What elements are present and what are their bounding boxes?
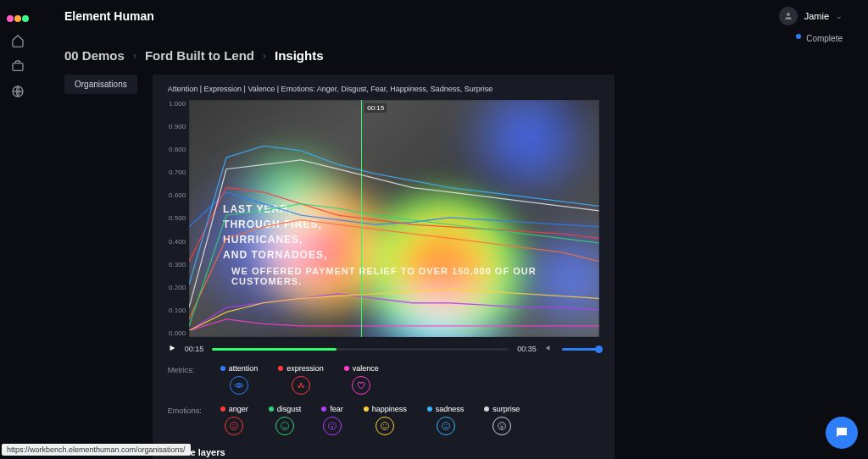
chat-bubble[interactable] [826, 417, 858, 449]
svg-point-13 [442, 423, 449, 430]
organisations-chip[interactable]: Organisations [64, 75, 137, 94]
legend-disgust[interactable]: disgust [269, 405, 302, 435]
legend-dot [321, 406, 326, 412]
svg-point-15 [447, 424, 448, 425]
volume-thumb[interactable] [595, 346, 603, 353]
legend-happiness[interactable]: happiness [364, 405, 407, 435]
app-logo [7, 15, 29, 22]
anger-icon[interactable] [225, 417, 243, 435]
svg-point-6 [329, 423, 337, 430]
volume-icon[interactable] [545, 344, 554, 354]
volume-slider[interactable] [562, 348, 599, 351]
y-tick: 0.500 [169, 214, 186, 222]
y-tick: 0.200 [169, 284, 186, 291]
svg-point-17 [501, 426, 504, 429]
y-tick: 0.600 [169, 191, 186, 199]
y-tick: 0.100 [169, 307, 186, 314]
svg-point-4 [231, 423, 238, 430]
svg-point-18 [500, 424, 501, 425]
y-tick: 0.400 [169, 238, 186, 246]
svg-point-2 [787, 13, 790, 16]
legend-label: disgust [269, 405, 302, 413]
svg-point-12 [386, 424, 387, 425]
sadness-icon[interactable] [437, 417, 455, 435]
scrubber-fill [212, 348, 337, 351]
home-icon[interactable] [11, 34, 25, 47]
chevron-down-icon[interactable]: ⌄ [836, 12, 843, 20]
legend-dot [427, 406, 432, 412]
panel-header: Attention | Expression | Valence | Emoti… [168, 85, 599, 100]
legend-label: valence [344, 364, 379, 373]
svg-point-3 [237, 384, 240, 387]
legend-dot [269, 406, 274, 412]
footer-url-tooltip: https://workbench.elementhuman.com/organ… [2, 444, 191, 456]
scrubber[interactable] [212, 348, 509, 351]
y-tick: 0.700 [169, 169, 186, 176]
fear-icon[interactable] [323, 417, 342, 435]
emotions-section: Emotions: anger disgust fear [168, 398, 599, 439]
play-button[interactable] [168, 344, 176, 354]
crumb-1[interactable]: Ford Built to Lend [145, 48, 254, 63]
legend-expression[interactable]: expression [278, 364, 324, 395]
y-tick: 0.800 [169, 146, 186, 153]
emotions-label: Emotions: [168, 405, 207, 415]
status-dot [796, 34, 801, 39]
legend-dot [344, 366, 349, 371]
svg-point-5 [281, 423, 289, 430]
layers-title: Active layers [168, 439, 599, 459]
svg-point-7 [331, 427, 333, 429]
side-tag: Organisations [64, 75, 137, 459]
crumb-sep: › [133, 50, 136, 62]
legend-label: surprise [484, 405, 520, 413]
svg-point-9 [333, 424, 334, 425]
surprise-icon[interactable] [492, 417, 511, 435]
legend-fear[interactable]: fear [321, 405, 343, 435]
svg-point-14 [444, 424, 445, 425]
svg-point-19 [503, 424, 504, 425]
insights-panel: Attention | Expression | Valence | Emoti… [153, 75, 615, 459]
legend-label: happiness [364, 405, 407, 413]
legend-dot [484, 406, 489, 412]
y-tick: 1.000 [169, 100, 186, 108]
legend-valence[interactable]: valence [344, 364, 379, 395]
happiness-icon[interactable] [376, 417, 394, 435]
brand-title: Element Human [64, 9, 154, 23]
attention-icon[interactable] [230, 376, 248, 395]
legend-dot [278, 366, 283, 371]
crumb-sep: › [263, 50, 266, 62]
legend-dot [364, 406, 369, 412]
chart-wrap: 1.0000.9000.8000.7000.6000.5000.4000.300… [168, 100, 599, 337]
legend-surprise[interactable]: surprise [484, 405, 520, 435]
top-header: Element Human Jamie ⌄ [36, 0, 868, 32]
legend-label: anger [220, 405, 248, 413]
avatar[interactable] [779, 7, 798, 25]
legend-anger[interactable]: anger [220, 405, 248, 435]
crumb-2: Insights [275, 48, 324, 63]
briefcase-icon[interactable] [11, 59, 25, 73]
disgust-icon[interactable] [275, 417, 294, 435]
legend-label: fear [321, 405, 343, 413]
globe-icon[interactable] [11, 85, 25, 98]
expression-icon[interactable] [292, 376, 310, 395]
legend-sadness[interactable]: sadness [427, 405, 465, 435]
chart-lines [189, 100, 599, 330]
legend-attention[interactable]: attention [220, 364, 259, 395]
y-tick: 0.000 [169, 329, 186, 337]
legend-label: attention [220, 364, 259, 373]
metrics-section: Metrics: attention expression valence [168, 357, 599, 398]
y-tick: 0.300 [169, 261, 186, 268]
legend-dot [220, 366, 225, 371]
valence-icon[interactable] [352, 376, 370, 395]
username[interactable]: Jamie [804, 11, 829, 21]
status-label: Complete [806, 34, 843, 43]
legend-dot [220, 406, 225, 412]
svg-rect-0 [13, 64, 23, 71]
legend-label: sadness [427, 405, 465, 413]
chart-area[interactable]: LAST YEAR,THROUGH FIRES,HURRICANES,AND T… [189, 100, 599, 337]
playback-bar: 00:15 00:35 [168, 337, 599, 357]
time-marker-label: 00:15 [364, 103, 387, 113]
crumb-0[interactable]: 00 Demos [64, 48, 125, 63]
left-rail [0, 0, 36, 459]
time-marker[interactable] [361, 100, 362, 337]
svg-point-11 [383, 424, 384, 425]
